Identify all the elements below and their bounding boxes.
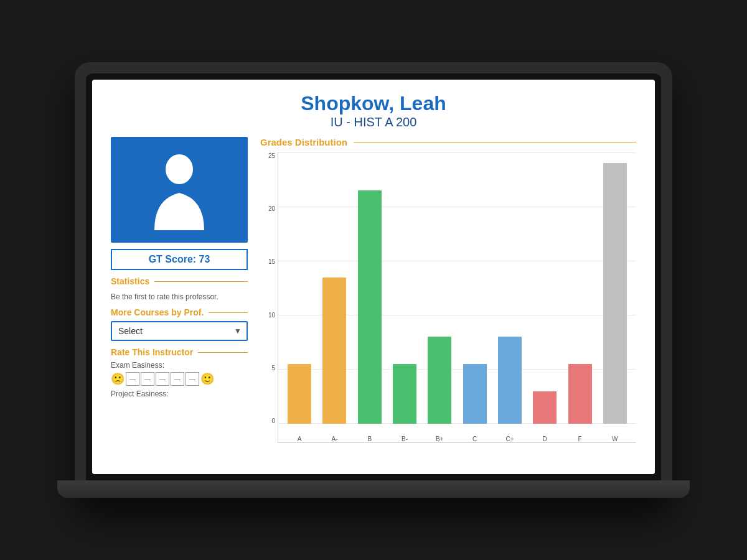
course-select-wrapper[interactable]: Select ▼ <box>111 321 248 341</box>
y-label-0: 0 <box>260 418 275 424</box>
x-label-c+: C+ <box>495 436 525 442</box>
x-label-d: D <box>530 436 560 442</box>
laptop-base <box>57 480 690 498</box>
screen-bezel: Shopkow, Leah IU - HIST A 200 <box>86 73 661 480</box>
left-panel: GT Score: 73 Statistics Be the first to … <box>111 137 248 462</box>
exam-easiness-label: Exam Easiness: <box>111 361 248 370</box>
y-label-5: 5 <box>260 365 275 371</box>
right-panel: Grades Distribution 0 5 10 15 <box>260 137 636 462</box>
bar-w <box>603 163 627 424</box>
project-easiness-label: Project Easiness: <box>111 390 248 398</box>
rate-section: Rate This Instructor Exam Easiness: 🙁 — … <box>111 347 248 398</box>
bars-area <box>278 152 636 424</box>
x-label-b: B <box>355 436 385 442</box>
chart-inner: 0 5 10 15 20 25 <box>260 152 636 443</box>
more-courses: More Courses by Prof. Select ▼ <box>111 307 248 341</box>
x-label-b-: B- <box>390 436 420 442</box>
bar-c <box>463 364 487 424</box>
professor-name: Shopkow, Leah <box>111 92 636 115</box>
exam-star-3[interactable]: — <box>156 372 169 386</box>
chart-title-line <box>354 142 636 142</box>
smile-icon: 🙂 <box>200 372 214 386</box>
x-label-a: A <box>284 436 314 442</box>
chart-plot: AA-BB-B+CC+DFW <box>278 152 636 443</box>
bar-c+ <box>498 337 522 424</box>
bar-group-c <box>459 152 489 424</box>
rate-header: Rate This Instructor <box>111 347 248 357</box>
svg-point-0 <box>166 154 193 184</box>
main-area: GT Score: 73 Statistics Be the first to … <box>111 137 636 462</box>
frown-icon: 🙁 <box>111 372 125 386</box>
course-select[interactable]: Select <box>112 322 247 340</box>
y-label-10: 10 <box>260 312 275 319</box>
bar-a <box>288 364 311 424</box>
x-label-b+: B+ <box>425 436 454 442</box>
rate-divider <box>198 352 248 353</box>
bar-group-bplus <box>425 152 454 424</box>
bar-a- <box>322 278 346 424</box>
y-label-15: 15 <box>260 258 275 265</box>
avatar-silhouette <box>148 149 210 230</box>
course-name: IU - HIST A 200 <box>111 115 636 129</box>
x-label-a-: A- <box>319 436 349 442</box>
y-label-20: 20 <box>260 205 275 212</box>
statistics-divider <box>154 281 248 282</box>
avatar <box>111 137 248 243</box>
more-courses-header: More Courses by Prof. <box>111 307 248 317</box>
gt-score: GT Score: 73 <box>111 249 248 270</box>
bar-group-f <box>565 152 594 424</box>
exam-star-5[interactable]: — <box>186 372 199 386</box>
bar-f <box>568 364 592 424</box>
x-label-c: C <box>459 436 489 442</box>
chart-title-row: Grades Distribution <box>260 137 636 147</box>
chart-container: 0 5 10 15 20 25 <box>260 152 636 462</box>
y-axis: 0 5 10 15 20 25 <box>260 152 278 443</box>
bar-group-b <box>355 152 385 424</box>
exam-star-4[interactable]: — <box>171 372 184 386</box>
rate-label: Rate This Instructor <box>111 347 193 357</box>
page-content: Shopkow, Leah IU - HIST A 200 <box>92 80 655 474</box>
project-easiness-row: Project Easiness: <box>111 390 248 398</box>
stats-text: Be the first to rate this professor. <box>111 292 248 301</box>
bar-b- <box>393 364 416 424</box>
bar-d <box>533 391 557 424</box>
statistics-label: Statistics <box>111 276 149 286</box>
bar-group-cplus <box>495 152 525 424</box>
exam-star-1[interactable]: — <box>126 372 139 386</box>
bar-group-w <box>600 152 630 424</box>
screen: Shopkow, Leah IU - HIST A 200 <box>92 80 655 474</box>
header: Shopkow, Leah IU - HIST A 200 <box>111 92 636 129</box>
bar-b+ <box>428 337 451 424</box>
x-labels: AA-BB-B+CC+DFW <box>278 436 636 442</box>
laptop-frame: Shopkow, Leah IU - HIST A 200 <box>75 62 672 498</box>
x-label-f: F <box>565 436 594 442</box>
more-courses-label: More Courses by Prof. <box>111 307 204 317</box>
bar-b <box>358 190 382 424</box>
exam-easiness-row: Exam Easiness: 🙁 — — — — — 🙂 <box>111 361 248 386</box>
bar-group-d <box>530 152 560 424</box>
chart-title: Grades Distribution <box>260 137 347 147</box>
exam-easiness-stars: 🙁 — — — — — 🙂 <box>111 372 248 386</box>
bar-group-a <box>284 152 314 424</box>
bar-group-aminus <box>319 152 349 424</box>
bar-group-bminus <box>390 152 420 424</box>
more-courses-divider <box>209 312 248 313</box>
x-label-w: W <box>600 436 630 442</box>
y-label-25: 25 <box>260 152 275 159</box>
statistics-header: Statistics <box>111 276 248 286</box>
exam-star-2[interactable]: — <box>141 372 154 386</box>
